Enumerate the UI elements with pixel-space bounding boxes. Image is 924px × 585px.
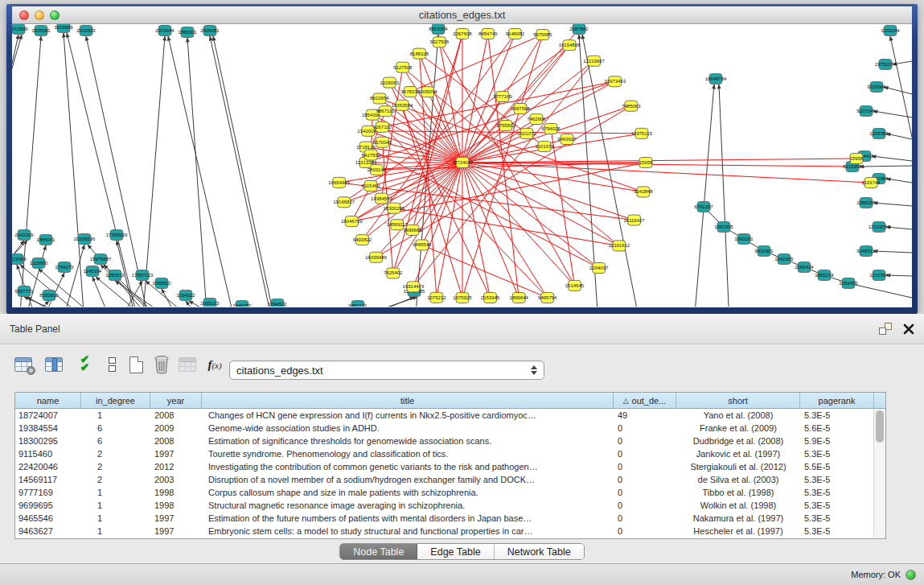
graph-node[interactable]: 9755812	[496, 121, 515, 131]
graph-node[interactable]: 16648784	[705, 74, 727, 84]
citation-edge-black[interactable]	[873, 251, 912, 253]
citation-edge-black[interactable]	[92, 277, 112, 307]
graph-node[interactable]: 9432901	[754, 246, 774, 257]
scrollbar-thumb[interactable]	[876, 410, 884, 443]
table-row[interactable]: 946554611997Estimation of the future num…	[15, 512, 885, 525]
graph-node[interactable]: 1865214	[815, 270, 834, 281]
table-row[interactable]: 977716911998Corpus callosum shape and si…	[15, 486, 885, 499]
graph-node[interactable]: 1694522	[268, 299, 287, 307]
graph-node[interactable]: 2020653	[76, 26, 96, 36]
graph-node[interactable]: 9450121	[348, 301, 368, 307]
graph-node[interactable]: 1250513	[105, 270, 125, 281]
graph-node[interactable]: 9675685	[533, 30, 552, 40]
close-window-button[interactable]	[19, 10, 29, 20]
graph-node[interactable]: 9245012	[856, 246, 876, 257]
graph-node[interactable]: 9329966	[867, 82, 886, 93]
graph-node[interactable]: 1946052	[232, 301, 252, 307]
table-settings-icon[interactable]	[11, 352, 35, 377]
column-header-short[interactable]: short	[676, 393, 800, 408]
citation-edge-black[interactable]	[719, 84, 729, 307]
graph-node[interactable]: 17359929	[106, 230, 128, 241]
citation-edge-black[interactable]	[168, 36, 236, 307]
function-builder-icon[interactable]: f(x)	[203, 352, 227, 377]
citation-network-graph[interactable]: 2013509183508139139092020653231364418650…	[12, 24, 912, 307]
graph-node[interactable]: 9495794	[538, 293, 557, 303]
citation-edge-red[interactable]	[413, 163, 462, 230]
graph-node[interactable]: 8912954	[370, 93, 389, 104]
graph-node[interactable]: 2065414	[795, 262, 814, 273]
table-row[interactable]: 911546021997Tourette syndrome. Phenomeno…	[15, 447, 885, 460]
graph-node[interactable]: 7485063	[622, 101, 641, 111]
tab-network-table[interactable]: Network Table	[495, 544, 584, 559]
graph-node[interactable]: 12103054	[869, 222, 890, 233]
citation-edge-black[interactable]	[694, 84, 714, 307]
graph-node[interactable]: 10654985	[328, 177, 350, 187]
minimize-window-button[interactable]	[35, 10, 44, 20]
graph-node[interactable]: 9115460	[362, 181, 381, 192]
graph-node[interactable]: 1033144	[881, 26, 900, 36]
graph-node[interactable]: 9127508	[393, 62, 413, 72]
citation-edge-black[interactable]	[334, 297, 417, 307]
tab-node-table[interactable]: Node Table	[340, 544, 417, 559]
graph-node[interactable]: 9227349	[856, 106, 876, 117]
graph-node[interactable]: 8186328	[410, 48, 429, 59]
citation-edge-black[interactable]	[886, 179, 912, 183]
citation-edge-black[interactable]	[890, 36, 912, 307]
table-row[interactable]: 1830029562008Estimation of significance …	[15, 435, 885, 447]
citation-edge-red[interactable]	[368, 131, 642, 134]
graph-node[interactable]: 2313644	[155, 26, 175, 36]
graph-node[interactable]: 1899644	[510, 293, 529, 303]
network-table-select[interactable]: citations_edges.txt	[229, 360, 544, 380]
graph-node[interactable]: 1835081	[31, 26, 51, 36]
graph-node[interactable]: 1093201	[734, 234, 754, 245]
graph-node[interactable]: 3913909	[54, 24, 73, 33]
graph-node[interactable]: 1675925	[453, 293, 472, 303]
citation-edge-black[interactable]	[886, 275, 912, 276]
table-row[interactable]: 1456911722003Disruption of a novel membe…	[15, 473, 885, 486]
table-row[interactable]: 2242004622012Investigating the contribut…	[15, 460, 885, 473]
graph-node[interactable]: 1093455	[839, 278, 858, 289]
graph-node[interactable]: 20206536	[74, 234, 96, 245]
citation-edge-black[interactable]	[213, 36, 276, 307]
column-header-pagerank[interactable]: pagerank	[800, 393, 874, 408]
graph-node[interactable]: 1210364	[869, 270, 889, 281]
graph-node[interactable]: 2426051	[200, 26, 220, 36]
graph-node[interactable]: 17957223	[132, 270, 154, 281]
graph-node[interactable]: 16353594	[392, 100, 413, 110]
graph-node[interactable]: 19166827	[333, 197, 355, 208]
graph-node[interactable]: 1209382	[869, 129, 889, 139]
citation-edge-black[interactable]	[886, 227, 912, 229]
graph-node[interactable]: 6791257	[694, 202, 713, 212]
graph-node[interactable]: 1514545	[565, 280, 585, 290]
memory-ok-indicator[interactable]	[906, 570, 916, 580]
graph-node[interactable]: 9699695	[403, 225, 422, 236]
window-titlebar[interactable]: citations_edges.txt	[12, 6, 912, 24]
citation-edge-red[interactable]	[382, 81, 614, 127]
graph-node[interactable]: 1865001	[178, 27, 197, 38]
citation-edge-red[interactable]	[410, 92, 462, 163]
table-row[interactable]: 1872400712008Changes of HCN gene express…	[15, 409, 885, 422]
graph-node[interactable]: 2367608	[453, 29, 472, 39]
graph-node[interactable]: 8454749	[478, 29, 498, 39]
graph-node[interactable]: 9463627	[557, 134, 577, 145]
graph-node[interactable]: 1075212	[427, 292, 446, 303]
column-header-out_de[interactable]: △out_de...	[614, 393, 676, 408]
citation-edge-black[interactable]	[162, 289, 180, 307]
citation-edge-black[interactable]	[860, 166, 912, 167]
citation-edge-red[interactable]	[389, 83, 490, 298]
new-table-icon[interactable]	[124, 352, 148, 377]
show-column-icon[interactable]	[42, 352, 66, 377]
tab-edge-table[interactable]: Edge Table	[417, 544, 494, 559]
citation-edge-red[interactable]	[462, 163, 548, 298]
float-panel-icon[interactable]	[879, 323, 892, 335]
citation-edge-red[interactable]	[462, 34, 488, 163]
graph-node[interactable]: 2226063	[380, 77, 400, 88]
citation-edge-black[interactable]	[848, 283, 912, 298]
graph-node[interactable]: 1034522	[176, 290, 195, 301]
citation-edge-black[interactable]	[873, 203, 912, 206]
citation-edge-black[interactable]	[872, 156, 912, 161]
citation-edge-black[interactable]	[886, 134, 912, 139]
citation-edge-red[interactable]	[462, 163, 491, 298]
citation-edge-black[interactable]	[415, 35, 438, 307]
graph-node[interactable]: 7462606	[527, 114, 546, 125]
